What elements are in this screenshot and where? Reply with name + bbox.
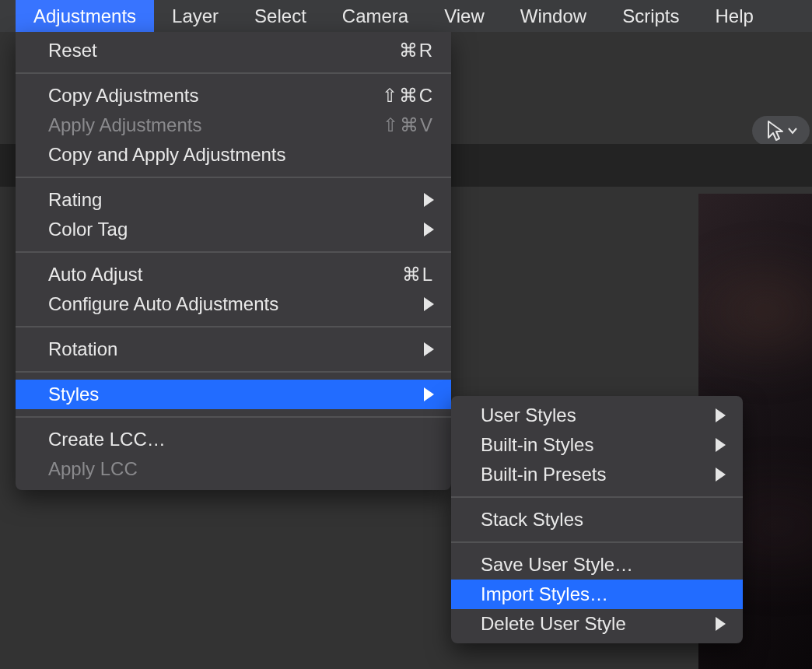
- menu-item-rating[interactable]: Rating: [16, 185, 451, 215]
- submenu-arrow-icon: [716, 438, 726, 452]
- menu-item-copy-and-apply-adjustments[interactable]: Copy and Apply Adjustments: [16, 140, 451, 170]
- menu-separator: [16, 72, 451, 74]
- submenu-item-stack-styles[interactable]: Stack Styles: [451, 505, 743, 534]
- menu-item-styles[interactable]: Styles: [16, 380, 451, 409]
- submenu-arrow-icon: [424, 342, 434, 356]
- menu-separator: [16, 177, 451, 178]
- menu-separator: [16, 416, 451, 418]
- submenu-arrow-icon: [716, 617, 726, 631]
- chevron-down-icon: [788, 127, 797, 135]
- submenu-item-user-styles[interactable]: User Styles: [451, 401, 743, 430]
- cursor-tool-button[interactable]: [752, 116, 810, 145]
- menu-item-apply-adjustments: Apply Adjustments ⇧⌘V: [16, 110, 451, 140]
- menu-item-copy-adjustments[interactable]: Copy Adjustments ⇧⌘C: [16, 81, 451, 110]
- styles-submenu: User Styles Built-in Styles Built-in Pre…: [451, 396, 743, 643]
- menu-item-label: Import Styles…: [481, 583, 726, 605]
- menu-item-label: Copy Adjustments: [48, 85, 382, 107]
- menu-item-label: Styles: [48, 384, 415, 405]
- menu-item-label: Reset: [48, 40, 399, 61]
- submenu-arrow-icon: [424, 193, 434, 207]
- menu-item-label: Stack Styles: [481, 509, 726, 531]
- menubar-item-help[interactable]: Help: [697, 0, 771, 32]
- menu-item-label: Rating: [48, 189, 415, 211]
- menu-separator: [16, 371, 451, 373]
- menu-item-label: Create LCC…: [48, 429, 434, 450]
- menu-item-apply-lcc: Apply LCC: [16, 454, 451, 484]
- menu-item-shortcut: ⇧⌘C: [382, 85, 434, 107]
- submenu-arrow-icon: [424, 222, 434, 236]
- menubar-item-view[interactable]: View: [426, 0, 502, 32]
- submenu-item-save-user-style[interactable]: Save User Style…: [451, 550, 743, 580]
- menu-item-label: Save User Style…: [481, 554, 726, 576]
- menubar-item-window[interactable]: Window: [502, 0, 604, 32]
- menu-item-label: Delete User Style: [481, 613, 706, 635]
- menu-item-shortcut: ⌘R: [399, 40, 434, 61]
- menubar: Adjustments Layer Select Camera View Win…: [0, 0, 812, 32]
- menu-separator: [451, 496, 743, 498]
- menu-item-label: Copy and Apply Adjustments: [48, 144, 434, 166]
- menu-item-label: Built-in Styles: [481, 434, 706, 456]
- submenu-item-built-in-presets[interactable]: Built-in Presets: [451, 460, 743, 489]
- menu-item-reset[interactable]: Reset ⌘R: [16, 36, 451, 65]
- submenu-arrow-icon: [424, 297, 434, 311]
- menu-item-label: User Styles: [481, 405, 706, 426]
- menu-item-configure-auto-adjustments[interactable]: Configure Auto Adjustments: [16, 289, 451, 319]
- menubar-item-scripts[interactable]: Scripts: [604, 0, 697, 32]
- menu-item-label: Rotation: [48, 338, 415, 360]
- submenu-arrow-icon: [716, 408, 726, 422]
- menubar-item-select[interactable]: Select: [236, 0, 324, 32]
- menu-item-label: Built-in Presets: [481, 464, 706, 485]
- menu-item-shortcut: ⇧⌘V: [383, 114, 434, 136]
- menubar-item-adjustments[interactable]: Adjustments: [16, 0, 154, 32]
- menu-separator: [16, 326, 451, 327]
- menu-item-label: Color Tag: [48, 219, 415, 240]
- menu-item-label: Configure Auto Adjustments: [48, 293, 415, 315]
- menu-item-label: Apply LCC: [48, 458, 434, 480]
- menubar-item-layer[interactable]: Layer: [154, 0, 236, 32]
- menu-item-color-tag[interactable]: Color Tag: [16, 215, 451, 244]
- submenu-item-import-styles[interactable]: Import Styles…: [451, 580, 743, 609]
- menu-separator: [451, 541, 743, 543]
- submenu-arrow-icon: [716, 468, 726, 482]
- adjustments-menu: Reset ⌘R Copy Adjustments ⇧⌘C Apply Adju…: [16, 32, 451, 490]
- menu-item-rotation[interactable]: Rotation: [16, 334, 451, 364]
- menu-item-label: Auto Adjust: [48, 264, 402, 285]
- submenu-item-built-in-styles[interactable]: Built-in Styles: [451, 430, 743, 460]
- submenu-item-delete-user-style[interactable]: Delete User Style: [451, 609, 743, 639]
- menu-item-auto-adjust[interactable]: Auto Adjust ⌘L: [16, 260, 451, 289]
- submenu-arrow-icon: [424, 387, 434, 401]
- menubar-item-camera[interactable]: Camera: [324, 0, 426, 32]
- menu-item-create-lcc[interactable]: Create LCC…: [16, 425, 451, 454]
- menu-item-shortcut: ⌘L: [402, 264, 434, 285]
- pointer-icon: [765, 120, 786, 142]
- menu-separator: [16, 251, 451, 253]
- menu-item-label: Apply Adjustments: [48, 114, 383, 136]
